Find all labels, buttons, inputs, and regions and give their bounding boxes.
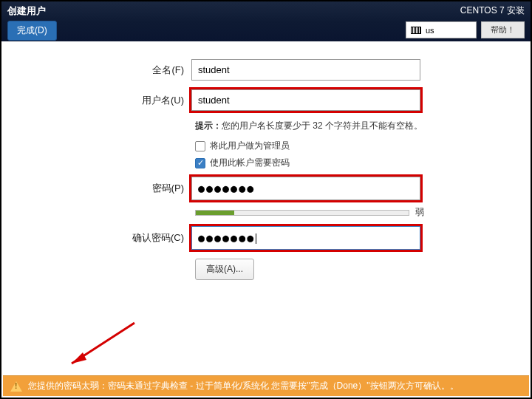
username-hint: 提示：您的用户名长度要少于 32 个字符并且不能有空格。: [195, 120, 529, 132]
require-password-row: ✓ 使用此帐户需要密码: [195, 157, 529, 169]
password-label: 密码(P): [3, 182, 191, 195]
warning-text: 您提供的密码太弱：密码未通过字典检查 - 过于简单化/系统化 您需要按"完成（D…: [28, 380, 459, 392]
warning-bar: 您提供的密码太弱：密码未通过字典检查 - 过于简单化/系统化 您需要按"完成（D…: [3, 375, 529, 396]
header-right: CENTOS 7 安装 us 帮助！: [406, 4, 525, 38]
strength-bar: [195, 210, 409, 216]
hint-text: 您的用户名长度要少于 32 个字符并且不能有空格。: [222, 120, 423, 131]
confirm-password-label: 确认密码(C): [3, 231, 191, 245]
admin-checkbox-row: 将此用户做为管理员: [195, 140, 529, 152]
username-row: 用户名(U): [3, 89, 529, 111]
install-title: CENTOS 7 安装: [460, 4, 525, 17]
require-password-label: 使用此帐户需要密码: [210, 157, 290, 169]
admin-checkbox-label: 将此用户做为管理员: [210, 140, 290, 152]
hint-prefix: 提示：: [195, 120, 222, 131]
strength-fill: [196, 211, 234, 215]
page-title: 创建用户: [7, 4, 57, 18]
confirm-password-input[interactable]: ●●●●●●●: [191, 226, 420, 250]
password-strength: 弱: [195, 206, 424, 219]
password-row: 密码(P) ●●●●●●●: [3, 177, 529, 200]
advanced-button[interactable]: 高级(A)...: [195, 259, 254, 280]
header-left: 创建用户 完成(D): [7, 4, 57, 41]
header-controls: us 帮助！: [406, 21, 525, 38]
keyboard-layout-label: us: [426, 26, 434, 35]
confirm-password-row: 确认密码(C) ●●●●●●●: [3, 226, 529, 250]
username-input[interactable]: [191, 89, 420, 111]
warning-icon: [10, 381, 22, 392]
help-button[interactable]: 帮助！: [481, 21, 525, 38]
strength-label: 弱: [415, 206, 424, 219]
fullname-label: 全名(F): [3, 64, 191, 77]
fullname-row: 全名(F): [3, 59, 529, 81]
username-label: 用户名(U): [3, 94, 191, 107]
password-input[interactable]: ●●●●●●●: [191, 177, 420, 200]
fullname-input[interactable]: [191, 59, 420, 81]
text-caret: [256, 233, 256, 244]
advanced-row: 高级(A)...: [195, 259, 529, 280]
done-button[interactable]: 完成(D): [7, 21, 57, 41]
keyboard-layout-selector[interactable]: us: [406, 21, 477, 38]
require-password-checkbox[interactable]: ✓: [195, 158, 205, 168]
window-header: 创建用户 完成(D) CENTOS 7 安装 us 帮助！: [1, 1, 531, 41]
form-content: 全名(F) 用户名(U) 提示：您的用户名长度要少于 32 个字符并且不能有空格…: [3, 41, 529, 374]
keyboard-icon: [411, 27, 421, 34]
admin-checkbox[interactable]: [195, 141, 205, 151]
